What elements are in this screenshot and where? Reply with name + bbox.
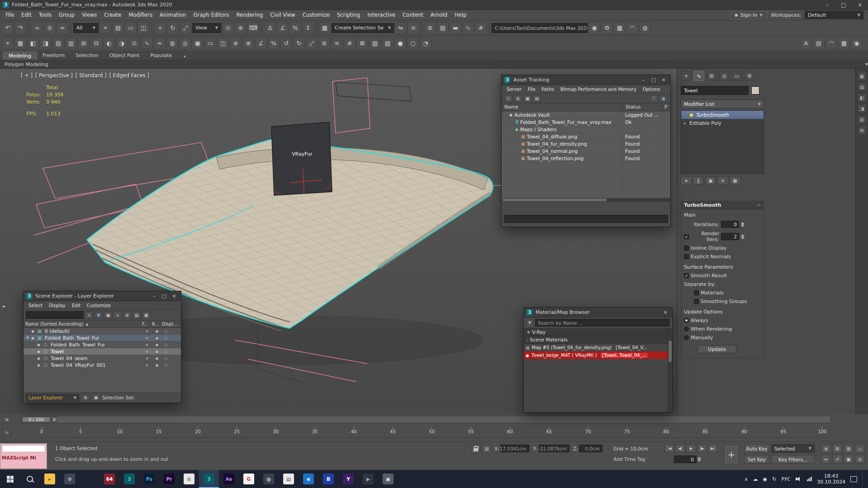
menu-item[interactable]: Paths <box>539 87 557 92</box>
timeline-tick[interactable]: 45 <box>388 427 398 437</box>
selection-filter-dropdown[interactable]: All▼ <box>73 23 99 33</box>
mirror-icon[interactable]: ⇋ <box>395 22 407 34</box>
timeline-tick[interactable]: 75 <box>621 427 632 437</box>
zoom-all-icon[interactable]: ⊞ <box>832 444 842 453</box>
toolbar-icon[interactable]: ∠ <box>255 38 267 49</box>
render-iters-checkbox[interactable]: ✓ <box>684 234 689 239</box>
media-app[interactable]: ▶ <box>358 470 378 488</box>
timeline-tick[interactable]: 100 <box>817 427 828 437</box>
timeline-tick[interactable]: 95 <box>778 427 789 437</box>
sketchbook-64-app[interactable]: 64 <box>100 470 119 488</box>
display-toggle-icon[interactable]: ○ <box>162 336 181 340</box>
timeline-tick[interactable]: 80 <box>661 427 672 437</box>
curve-editor-icon[interactable]: ∿ <box>462 22 474 34</box>
filter-combinations-icon[interactable]: ▼ <box>95 312 103 319</box>
select-object-icon[interactable]: ⌖ <box>100 22 111 34</box>
timeline-tick[interactable]: 85 <box>700 427 711 437</box>
3dsmax-app[interactable]: 3 <box>119 470 139 488</box>
menu-item[interactable]: Content <box>399 10 427 19</box>
create-tab-icon[interactable]: + <box>681 71 692 81</box>
go-to-start-button[interactable]: |◀ <box>664 444 674 453</box>
vray-section-header[interactable]: + V-Ray <box>524 328 668 336</box>
key-filters-button[interactable]: Key Filters... <box>771 455 815 464</box>
reference-coordinate-dropdown[interactable]: View▼ <box>192 23 221 33</box>
bind-to-space-warp-icon[interactable]: ≈ <box>57 22 68 34</box>
start-button[interactable] <box>0 470 20 488</box>
vertical-scrollbar[interactable] <box>668 328 672 412</box>
add-time-tag[interactable]: Add Time Tag <box>613 456 645 462</box>
time-slider-handle[interactable]: 0 / 100 <box>22 417 50 422</box>
timeline-tick[interactable]: 35 <box>309 427 320 437</box>
bluebeam-app[interactable]: B <box>318 470 338 488</box>
render-column-header[interactable]: R... <box>152 322 162 327</box>
search-input[interactable] <box>26 311 84 319</box>
display-toggle-icon[interactable]: ○ <box>162 363 181 367</box>
name-column-header[interactable]: Name <box>502 104 623 111</box>
ribbon-tab[interactable]: Object Paint <box>104 52 145 60</box>
iterations-spinner[interactable] <box>741 222 745 227</box>
menu-item[interactable]: Customize <box>299 10 333 19</box>
select-and-rotate-icon[interactable]: ↻ <box>167 22 179 34</box>
window-crossing-toggle-icon[interactable]: ◫ <box>138 22 149 34</box>
toolbar-icon[interactable]: ≣ <box>318 38 330 49</box>
auto-key-button[interactable]: Auto Key <box>744 444 769 453</box>
close-button[interactable]: × <box>660 309 670 316</box>
render-setup-icon[interactable]: ⚙ <box>601 22 613 34</box>
toolbar-icon[interactable]: ⊞ <box>78 38 90 49</box>
show-end-result-icon[interactable]: ‖ <box>693 176 704 185</box>
asset-row[interactable] <box>502 162 670 169</box>
frozen-toggle-icon[interactable]: ∗ <box>142 356 152 360</box>
settings-app[interactable]: ⚙ <box>60 470 80 488</box>
toolbar-icon[interactable]: ⊗ <box>242 38 254 49</box>
viewport-menu-item[interactable]: [ Standard ] <box>76 72 107 79</box>
viewport-menu-item[interactable]: [ + ] <box>21 72 33 79</box>
visibility-eye-icon[interactable]: ◉ <box>31 329 36 333</box>
select-and-scale-icon[interactable]: ⤢ <box>180 22 191 34</box>
menu-item[interactable]: Arnold <box>427 10 451 19</box>
manually-radio[interactable] <box>684 335 689 340</box>
render-toggle-icon[interactable]: ◉ <box>152 336 162 340</box>
notifications-icon[interactable] <box>850 476 857 482</box>
maxscript-mini-listener[interactable]: MAXScript Mi <box>0 443 47 469</box>
toolbar-icon[interactable]: ◧ <box>27 38 39 49</box>
display-column-header[interactable]: Displ... <box>162 322 181 327</box>
detail-view-icon[interactable]: ▤ <box>533 95 541 102</box>
menu-item[interactable]: Rendering <box>233 10 267 19</box>
onedrive-icon[interactable]: ☁ <box>753 476 758 482</box>
expand-arrow-icon[interactable]: ▼ <box>25 336 30 340</box>
toolbar-icon[interactable]: ▦ <box>14 38 26 49</box>
toolbar-icon[interactable]: ≡ <box>331 38 343 49</box>
render-toggle-icon[interactable]: ◉ <box>152 356 162 360</box>
orbit-icon[interactable]: ↺ <box>832 455 842 464</box>
toolbar-icon[interactable]: ▣ <box>192 38 204 49</box>
frozen-toggle-icon[interactable]: ∗ <box>142 343 152 347</box>
minimize-button[interactable]: – <box>639 76 649 84</box>
asset-row[interactable]: ▦ Towel_04_reflection.png Found <box>502 155 670 162</box>
arnold-render-icon[interactable]: A <box>800 38 812 49</box>
expand-tray-icon[interactable]: ► <box>3 304 6 308</box>
rendered-frame-window-icon[interactable]: ▦ <box>614 22 626 34</box>
documents-app[interactable]: ▤ <box>279 470 299 488</box>
frozen-toggle-icon[interactable]: ∗ <box>142 336 152 340</box>
pan-icon[interactable]: ⇔ <box>821 455 831 464</box>
menu-item[interactable]: Views <box>78 10 100 19</box>
menu-item[interactable]: Bitmap Performance and Memory <box>557 87 640 92</box>
menu-item[interactable]: Options <box>640 87 664 92</box>
timeline-tick[interactable]: 25 <box>231 427 242 437</box>
pin-stack-icon[interactable]: ∗ <box>681 176 692 185</box>
menu-item[interactable]: Animation <box>156 10 190 19</box>
object-color-swatch[interactable] <box>751 86 759 95</box>
timeline-tick[interactable]: 15 <box>153 427 164 437</box>
menu-item[interactable]: Graph Editors <box>190 10 233 19</box>
volume-icon[interactable] <box>796 476 802 482</box>
menu-item[interactable]: Group <box>55 10 78 19</box>
isoline-display-checkbox[interactable] <box>684 246 689 251</box>
edit-named-selection-sets-icon[interactable]: ▦ <box>319 22 331 34</box>
toolbar-icon[interactable]: ◍ <box>166 38 178 49</box>
timeline-tick[interactable]: 55 <box>465 427 476 437</box>
security-icon[interactable]: ◉ <box>763 476 768 482</box>
hierarchy-tab-icon[interactable]: ⊞ <box>706 71 717 81</box>
status-column-header[interactable]: Status <box>623 104 662 111</box>
strip-icon[interactable]: ▤ <box>858 82 867 91</box>
timeline-tick[interactable]: 40 <box>348 427 359 437</box>
